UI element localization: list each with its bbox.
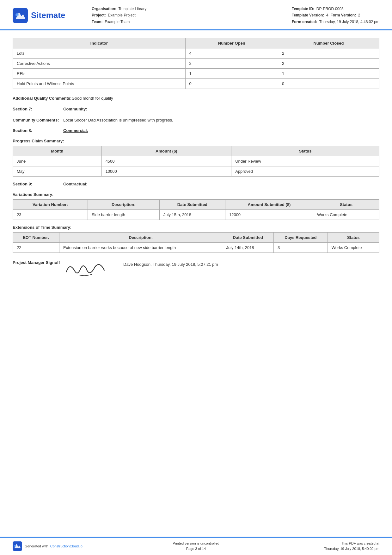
table-cell: 12000 (225, 210, 313, 220)
community-comments-section: Community Comments: Local Soccer Dad Ass… (13, 117, 379, 123)
quality-value: Good month for quality (71, 95, 113, 102)
progress-claim-table: Month Amount ($) Status June4500Under Re… (13, 146, 379, 177)
project-line: Project: Example Project (92, 12, 146, 18)
template-id-line: Template ID: DP-PROD-0003 (292, 6, 379, 12)
table-cell: 23 (13, 210, 88, 220)
header-meta-right: Template ID: DP-PROD-0003 Template Versi… (292, 6, 379, 25)
org-label: Organisation: (92, 7, 116, 11)
table-cell: 22 (13, 243, 59, 253)
amount-cell: 4500 (101, 156, 231, 166)
signoff-section: Project Manager Signoff Dave Hodgson, Th… (13, 259, 379, 281)
team-label: Team: (92, 20, 102, 24)
col-header: Date Submitted (222, 233, 274, 243)
page: Sitemate Organisation: Template Library … (0, 0, 392, 555)
table-cell: Works Complete (313, 210, 379, 220)
amount-cell: 10000 (101, 166, 231, 177)
section9-label: Section 9: (13, 182, 63, 186)
footer-right: This PDF was created at Thursday, 19 Jul… (291, 541, 379, 552)
table-row: 23Side barrier lengthJuly 15th, 20181200… (13, 210, 379, 220)
signoff-signature (63, 259, 114, 281)
indicator-cell: Lots (13, 48, 186, 59)
indicator-table: Indicator Number Open Number Closed Lots… (13, 38, 379, 89)
section7-label: Section 7: (13, 107, 63, 111)
construction-cloud-link[interactable]: ConstructionCloud.io (50, 544, 83, 548)
header-meta: Organisation: Template Library Project: … (82, 6, 379, 25)
table-cell: July 14th, 2018 (222, 243, 274, 253)
table-row: 22Extension on barrier works because of … (13, 243, 379, 253)
month-cell: May (13, 166, 102, 177)
header-meta-left: Organisation: Template Library Project: … (92, 6, 146, 25)
community-value: Local Soccer Dad Association is unimpres… (63, 117, 173, 123)
template-version-value: 4 (326, 13, 328, 17)
number-closed-col-header: Number Closed (278, 38, 379, 48)
section7-title: Community: (63, 107, 87, 111)
form-version-value: 2 (358, 13, 360, 17)
signoff-value: Dave Hodgson, Thursday, 19 July 2018, 5:… (123, 259, 218, 268)
number-open-cell: 2 (185, 59, 278, 69)
col-header: Variation Number: (13, 200, 88, 210)
form-created-value: Thursday, 19 July 2018, 4:48:02 pm (319, 20, 379, 24)
number-open-cell: 1 (185, 69, 278, 79)
generated-text: Generated with (25, 544, 48, 548)
table-row: RFIs11 (13, 69, 379, 79)
table-cell: Extension on barrier works because of ne… (59, 243, 222, 253)
quality-label: Additional Quality Comments: (13, 95, 71, 102)
section8-heading: Section 8: Commercial: (13, 128, 379, 133)
org-value: Template Library (118, 7, 146, 11)
eot-table: EOT Number:Description:Date SubmittedDay… (13, 232, 379, 253)
progress-claim-heading: Progress Claim Summary: (13, 139, 379, 143)
footer-pdf-created-value: Thursday, 19 July 2018, 5:40:02 pm (291, 546, 379, 552)
col-header: Description: (88, 200, 159, 210)
table-row: Hold Points and Witness Points00 (13, 79, 379, 89)
logo-text: Sitemate (31, 10, 65, 20)
table-cell: 3 (274, 243, 328, 253)
indicator-col-header: Indicator (13, 38, 186, 48)
header: Sitemate Organisation: Template Library … (0, 0, 392, 30)
number-closed-cell: 0 (278, 79, 379, 89)
number-open-col-header: Number Open (185, 38, 278, 48)
number-open-cell: 0 (185, 79, 278, 89)
table-row: Corrective Actions22 (13, 59, 379, 69)
logo-area: Sitemate (13, 8, 82, 23)
variations-table: Variation Number:Description:Date Submit… (13, 199, 379, 220)
variations-heading: Variations Summary: (13, 192, 379, 197)
section8-title: Commercial: (63, 128, 88, 133)
form-created-line: Form created: Thursday, 19 July 2018, 4:… (292, 19, 379, 25)
main-content: Indicator Number Open Number Closed Lots… (0, 30, 392, 537)
template-id-label: Template ID: (292, 7, 314, 11)
org-line: Organisation: Template Library (92, 6, 146, 12)
community-label: Community Comments: (13, 117, 63, 123)
table-row: Lots42 (13, 48, 379, 59)
amount-col-header: Amount ($) (101, 146, 231, 156)
footer-uncontrolled: Printed version is uncontrolled (101, 541, 291, 546)
footer-logo: Generated with ConstructionCloud.io (13, 541, 101, 551)
project-label: Project: (92, 13, 106, 17)
col-header: Status (313, 200, 379, 210)
footer-logo-text: Generated with ConstructionCloud.io (25, 544, 83, 548)
svg-point-1 (15, 13, 19, 16)
form-version-label: Form Version: (330, 13, 356, 17)
col-header: Date Submitted (159, 200, 225, 210)
month-col-header: Month (13, 146, 102, 156)
number-closed-cell: 2 (278, 48, 379, 59)
col-header: Status (328, 233, 379, 243)
footer: Generated with ConstructionCloud.io Prin… (0, 537, 392, 555)
section9-title: Contractual: (63, 182, 88, 186)
indicator-cell: RFIs (13, 69, 186, 79)
table-row: June4500Under Review (13, 156, 379, 166)
number-closed-cell: 2 (278, 59, 379, 69)
footer-page: Page 3 of 14 (101, 546, 291, 552)
template-version-label: Template Version: (292, 13, 324, 17)
table-cell: Side barrier length (88, 210, 159, 220)
svg-point-3 (14, 545, 16, 547)
form-created-label: Form created: (292, 20, 317, 24)
table-row: May10000Approved (13, 166, 379, 177)
section7-heading: Section 7: Community: (13, 107, 379, 111)
team-line: Team: Example Team (92, 19, 146, 25)
footer-logo-icon (13, 541, 22, 551)
indicator-cell: Hold Points and Witness Points (13, 79, 186, 89)
status-col-header: Status (231, 146, 379, 156)
team-value: Example Team (105, 20, 130, 24)
number-open-cell: 4 (185, 48, 278, 59)
status-cell: Under Review (231, 156, 379, 166)
